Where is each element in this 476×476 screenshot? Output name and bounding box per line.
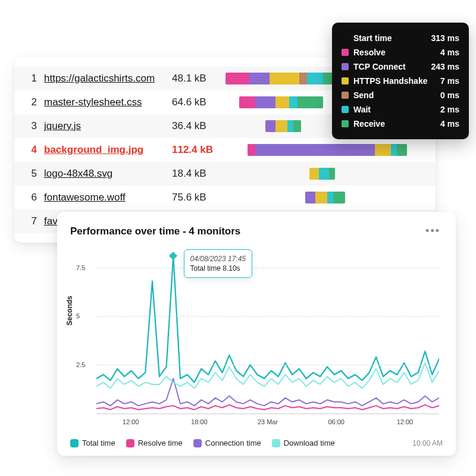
x-tick: 12:00	[371, 418, 439, 425]
tooltip-value: Total time 8.10s	[190, 264, 246, 273]
row-index: 1	[25, 73, 37, 84]
resource-link[interactable]: background_img.jpg	[44, 144, 172, 156]
segment-tcp	[255, 96, 275, 108]
legend-item[interactable]: Resolve time	[126, 439, 183, 447]
timing-bar[interactable]	[309, 168, 336, 180]
resource-size: 48.1 kB	[172, 73, 226, 84]
segment-wait	[289, 96, 297, 108]
segment-tcp	[249, 73, 269, 84]
y-axis-label: Seconds	[65, 296, 74, 325]
gridline	[96, 268, 439, 268]
segment-receive	[333, 192, 345, 203]
y-tick: 2.5	[76, 361, 85, 368]
x-axis: 12:0018:0023 Mar06:0012:00	[96, 418, 439, 425]
y-tick: 5	[76, 312, 80, 320]
timing-value: 4 ms	[440, 117, 459, 131]
segment-tcp	[265, 120, 275, 132]
performance-chart-card: Performance over time - 4 monitors ••• S…	[57, 212, 456, 456]
segment-tcp	[255, 144, 375, 156]
legend-swatch	[126, 439, 134, 447]
timing-bar[interactable]	[239, 96, 323, 108]
chart-plot-area[interactable]: Seconds 2.557.504/08/2023 17:45Total tim…	[70, 246, 443, 435]
segment-tcp	[305, 192, 315, 203]
resource-link[interactable]: jquery.js	[44, 120, 172, 132]
y-tick: 7.5	[76, 264, 85, 271]
row-index: 7	[25, 215, 37, 227]
chart-title: Performance over time - 4 monitors	[70, 226, 240, 237]
timing-label: HTTPS Handshake	[353, 74, 427, 88]
timing-bar-area	[226, 192, 425, 203]
gridline	[96, 365, 439, 365]
segment-https	[375, 144, 391, 156]
legend-label: Total time	[82, 439, 115, 447]
x-tick: 06:00	[302, 418, 371, 425]
x-tick: 18:00	[165, 418, 233, 425]
timing-bar-area	[226, 144, 425, 156]
update-timestamp: 10:00 AM	[412, 439, 443, 447]
segment-wait	[391, 144, 397, 156]
legend-item[interactable]: Connection time	[193, 439, 261, 447]
resource-size: 64.6 kB	[172, 96, 226, 108]
resource-link[interactable]: logo-48x48.svg	[44, 168, 172, 180]
waterfall-row[interactable]: 4background_img.jpg112.4 kB	[14, 138, 436, 162]
timing-bar[interactable]	[226, 73, 343, 84]
row-index: 5	[25, 168, 37, 180]
timing-header-value: 313 ms	[431, 31, 459, 45]
timing-bar-area	[226, 168, 425, 180]
segment-https	[270, 73, 299, 84]
segment-https	[275, 120, 287, 132]
segment-wait	[307, 73, 323, 84]
segment-resolve	[239, 96, 255, 108]
segment-resolve	[248, 144, 255, 156]
row-index: 2	[25, 96, 37, 108]
segment-wait	[287, 120, 293, 132]
more-icon[interactable]: •••	[423, 224, 443, 239]
timing-tooltip: Start time313 msResolve4 msTCP Connect24…	[332, 23, 469, 139]
gridline	[96, 316, 439, 317]
legend-label: Resolve time	[138, 439, 183, 447]
resource-link[interactable]: master-stylesheet.css	[44, 96, 172, 108]
segment-send	[299, 73, 307, 84]
resource-size: 75.6 kB	[172, 192, 226, 203]
segment-receive	[293, 120, 301, 132]
segment-https	[275, 96, 289, 108]
timing-bar[interactable]	[248, 144, 407, 156]
chart-legend: Total timeResolve timeConnection timeDow…	[70, 439, 335, 447]
legend-swatch	[193, 439, 202, 447]
legend-item[interactable]: Total time	[70, 439, 115, 447]
row-index: 3	[25, 120, 37, 132]
row-index: 4	[25, 144, 37, 156]
legend-swatch	[70, 439, 79, 447]
segment-receive	[397, 144, 407, 156]
swatch-resolve	[342, 49, 349, 56]
legend-item[interactable]: Download time	[272, 439, 335, 447]
x-tick: 12:00	[96, 418, 165, 425]
timing-value: 7 ms	[440, 74, 459, 88]
timing-header-label: Start time	[353, 31, 392, 45]
timing-bar[interactable]	[265, 120, 301, 132]
timing-label: Send	[353, 88, 374, 102]
timing-label: Wait	[353, 102, 371, 117]
timing-label: TCP Connect	[353, 60, 406, 74]
x-tick: 23 Mar	[233, 418, 302, 425]
swatch-https	[342, 77, 349, 84]
swatch-receive	[342, 120, 349, 127]
resource-size: 18.4 kB	[172, 168, 226, 180]
resource-size: 112.4 kB	[172, 144, 226, 156]
segment-wait	[319, 168, 329, 180]
tooltip-date: 04/08/2023 17:45	[190, 255, 246, 263]
row-index: 6	[25, 192, 37, 203]
segment-https	[309, 168, 320, 180]
resource-link[interactable]: https://galacticshirts.com	[44, 73, 172, 84]
segment-wait	[327, 192, 333, 203]
segment-resolve	[226, 73, 249, 84]
timing-bar[interactable]	[305, 192, 345, 203]
legend-label: Download time	[284, 439, 335, 447]
waterfall-row[interactable]: 6fontawesome.woff75.6 kB	[14, 186, 436, 209]
segment-https	[315, 192, 327, 203]
timing-label: Resolve	[353, 45, 386, 60]
resource-link[interactable]: fontawesome.woff	[44, 192, 172, 203]
waterfall-row[interactable]: 5logo-48x48.svg18.4 kB	[14, 162, 436, 186]
timing-value: 243 ms	[431, 60, 459, 74]
legend-swatch	[272, 439, 280, 447]
